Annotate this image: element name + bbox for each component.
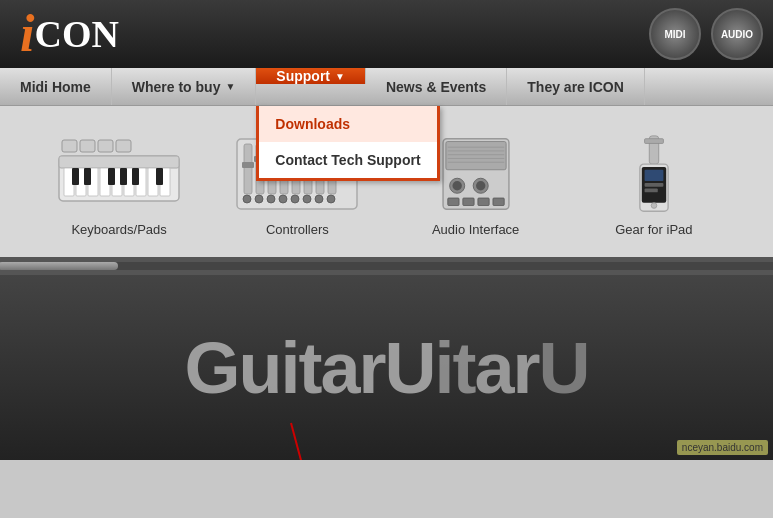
svg-point-66 — [651, 202, 657, 208]
logo: i CON — [20, 8, 119, 60]
svg-point-55 — [452, 181, 461, 190]
red-diagonal-line — [290, 423, 370, 460]
keyboards-pads-svg — [54, 136, 184, 211]
svg-point-43 — [303, 195, 311, 203]
scroll-thumb[interactable] — [0, 262, 118, 270]
dropdown-downloads[interactable]: Downloads — [259, 106, 436, 142]
svg-rect-11 — [72, 168, 79, 185]
nav-they-are-icon-label: They are ICON — [527, 79, 623, 95]
product-keyboards-pads[interactable]: Keyboards/Pads — [49, 131, 189, 237]
audio-icon-btn[interactable]: AUDIO — [711, 8, 763, 60]
svg-point-44 — [315, 195, 323, 203]
logo-con: CON — [34, 15, 118, 53]
audio-interface-label: Audio Interface — [432, 222, 519, 237]
keyboards-pads-label: Keyboards/Pads — [71, 222, 166, 237]
banner-text: GuitarUitarU — [184, 327, 588, 409]
nav-news-events-label: News & Events — [386, 79, 486, 95]
svg-rect-12 — [84, 168, 91, 185]
svg-point-57 — [476, 181, 485, 190]
logo-i: i — [20, 8, 34, 60]
nav-they-are-icon[interactable]: They are ICON — [507, 68, 644, 105]
svg-point-38 — [243, 195, 251, 203]
header: i CON MIDI AUDIO — [0, 0, 773, 68]
svg-rect-60 — [478, 198, 489, 206]
product-gear-for-ipad[interactable]: Gear for iPad — [584, 131, 724, 237]
gear-for-ipad-label: Gear for iPad — [615, 222, 692, 237]
svg-point-45 — [327, 195, 335, 203]
svg-rect-63 — [644, 138, 663, 143]
nav-midi-home-label: Midi Home — [20, 79, 91, 95]
support-arrow-icon: ▼ — [335, 71, 345, 82]
svg-point-40 — [267, 195, 275, 203]
navbar: Midi Home Where to buy ▼ Support ▼ Downl… — [0, 68, 773, 106]
nav-support[interactable]: Support ▼ — [256, 68, 366, 84]
where-to-buy-arrow-icon: ▼ — [225, 81, 235, 92]
watermark: nceyan.baidu.com — [677, 440, 768, 455]
controllers-label: Controllers — [266, 222, 329, 237]
svg-rect-61 — [493, 198, 504, 206]
gear-for-ipad-image — [584, 131, 724, 216]
scroll-track[interactable] — [0, 262, 773, 270]
svg-rect-22 — [244, 144, 252, 194]
svg-rect-1 — [59, 156, 179, 168]
svg-rect-20 — [116, 140, 131, 152]
svg-rect-58 — [447, 198, 458, 206]
svg-rect-15 — [132, 168, 139, 185]
midi-icon-btn[interactable]: MIDI — [649, 8, 701, 60]
svg-point-39 — [255, 195, 263, 203]
svg-rect-13 — [108, 168, 115, 185]
svg-rect-14 — [120, 168, 127, 185]
gear-for-ipad-svg — [614, 134, 694, 214]
audio-interface-svg — [426, 134, 526, 214]
nav-support-label: Support — [276, 68, 330, 84]
svg-rect-69 — [644, 188, 657, 192]
svg-point-42 — [291, 195, 299, 203]
svg-rect-67 — [644, 169, 663, 180]
nav-midi-home[interactable]: Midi Home — [0, 68, 112, 105]
svg-rect-16 — [156, 168, 163, 185]
dropdown-contact-tech-support[interactable]: Contact Tech Support — [259, 142, 436, 178]
svg-rect-17 — [62, 140, 77, 152]
nav-where-to-buy[interactable]: Where to buy ▼ — [112, 68, 257, 105]
header-icons: MIDI AUDIO — [649, 8, 763, 60]
bottom-banner: GuitarUitarU nceyan.baidu.com — [0, 275, 773, 460]
keyboards-pads-image — [49, 131, 189, 216]
svg-point-41 — [279, 195, 287, 203]
svg-rect-30 — [242, 162, 254, 168]
nav-support-wrapper: Support ▼ Downloads Contact Tech Support — [256, 68, 366, 105]
svg-rect-18 — [80, 140, 95, 152]
support-dropdown: Downloads Contact Tech Support — [256, 106, 439, 181]
scrollbar-row: ▶ — [0, 257, 773, 275]
nav-news-events[interactable]: News & Events — [366, 68, 507, 105]
svg-rect-59 — [462, 198, 473, 206]
svg-rect-68 — [644, 182, 663, 186]
nav-where-to-buy-label: Where to buy — [132, 79, 221, 95]
svg-rect-19 — [98, 140, 113, 152]
svg-rect-48 — [446, 141, 506, 169]
